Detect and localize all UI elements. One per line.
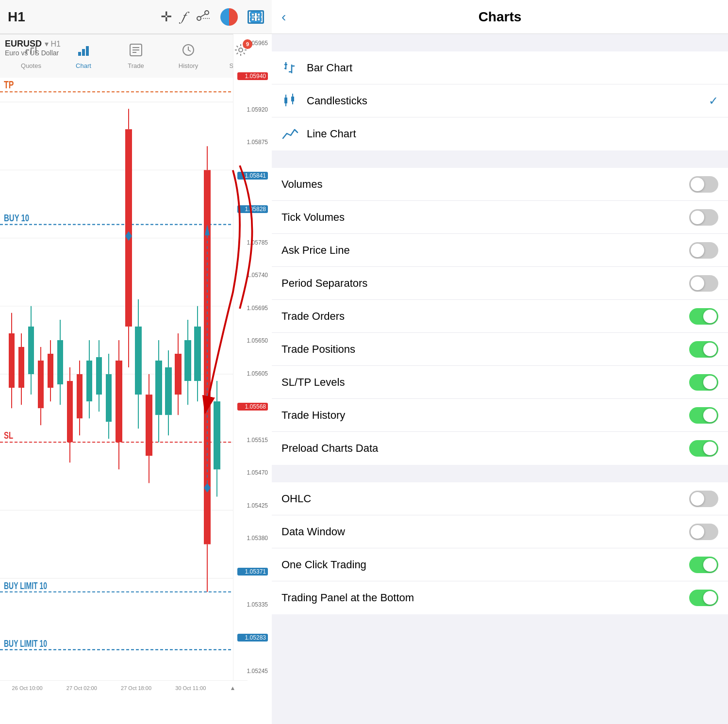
toggle-trade-history[interactable]: Trade History (272, 399, 728, 432)
function-icon[interactable]: 𝑓 (182, 9, 185, 25)
line-chart-item[interactable]: Line Chart (272, 117, 728, 150)
toggle-data-window[interactable]: Data Window (272, 515, 728, 548)
price-18: 1.05335 (237, 601, 268, 608)
svg-rect-43 (57, 340, 63, 384)
indicator-icon[interactable] (195, 9, 211, 25)
svg-text:BUY LIMIT 10: BUY LIMIT 10 (4, 581, 47, 592)
crosshair-icon[interactable]: ✛ (161, 9, 172, 25)
toggle-preload[interactable]: Preload Charts Data (272, 432, 728, 465)
bar-chart-icon (281, 59, 299, 77)
line-chart-icon (281, 125, 299, 143)
color-wheel-icon[interactable] (220, 8, 238, 26)
separator-2 (272, 465, 728, 482)
price-7: 1.05785 (237, 239, 268, 246)
svg-rect-49 (96, 357, 102, 395)
toggle-ohlc[interactable]: OHLC (272, 482, 728, 515)
price-tp: 1.05940 (237, 72, 268, 80)
price-sl: 1.05568 (237, 403, 268, 411)
multi-chart-icon[interactable] (248, 10, 264, 24)
price-14: 1.05470 (237, 469, 268, 476)
toggle-group-2: OHLC Data Window One Click Trading Tradi… (272, 482, 728, 614)
trade-positions-toggle[interactable] (689, 341, 718, 358)
svg-rect-46 (86, 361, 92, 401)
toggle-trade-positions[interactable]: Trade Positions (272, 333, 728, 366)
toggle-trading-panel[interactable]: Trading Panel at the Bottom (272, 581, 728, 614)
svg-rect-34 (67, 381, 73, 442)
price-8: 1.05740 (237, 272, 268, 279)
charts-title: Charts (479, 9, 522, 25)
separator-bottom (272, 614, 728, 632)
sl-tp-toggle[interactable] (689, 374, 718, 391)
period-sep-label: Period Separators (281, 277, 689, 290)
settings-badge: 9 (243, 39, 252, 49)
price-9: 1.05695 (237, 305, 268, 312)
svg-text:BUY LIMIT 10: BUY LIMIT 10 (4, 639, 47, 649)
svg-rect-31 (48, 354, 53, 388)
price-15: 1.05425 (237, 502, 268, 509)
price-11: 1.05605 (237, 370, 268, 377)
svg-text:TP: TP (4, 78, 14, 90)
price-13: 1.05515 (237, 437, 268, 444)
one-click-toggle[interactable] (689, 557, 718, 573)
period-sep-toggle[interactable] (689, 275, 718, 292)
trading-panel-toggle[interactable] (689, 590, 718, 606)
svg-rect-52 (106, 374, 112, 422)
toggle-trade-orders[interactable]: Trade Orders (272, 300, 728, 333)
trade-positions-label: Trade Positions (281, 343, 689, 356)
price-10: 1.05650 (237, 337, 268, 344)
back-button[interactable]: ‹ (281, 9, 286, 25)
settings-badge-container: 9 (234, 43, 248, 60)
candlesticks-item[interactable]: Candlesticks ✓ (272, 84, 728, 117)
chart-type-group: Bar Chart Candlesticks ✓ (272, 51, 728, 150)
ask-price-toggle[interactable] (689, 242, 718, 259)
tick-volumes-toggle[interactable] (689, 209, 718, 226)
volumes-toggle[interactable] (689, 176, 718, 193)
svg-rect-64 (175, 354, 182, 395)
chart-area: EURUSD ▾ H1 Euro vs US Dollar TP BUY 10 (0, 34, 272, 724)
svg-text:SL: SL (4, 429, 13, 441)
bar-chart-item[interactable]: Bar Chart (272, 51, 728, 84)
price-4: 1.05875 (237, 139, 268, 146)
svg-rect-37 (77, 374, 83, 418)
timeframe-label: H1 (8, 9, 25, 25)
toggle-sl-tp[interactable]: SL/TP Levels (272, 366, 728, 399)
toggle-one-click[interactable]: One Click Trading (272, 548, 728, 581)
svg-point-101 (239, 48, 243, 52)
price-3: 1.05920 (237, 106, 268, 113)
time-axis: 26 Oct 10:00 27 Oct 02:00 27 Oct 18:00 3… (0, 680, 248, 695)
svg-rect-85 (214, 401, 220, 469)
svg-rect-58 (125, 129, 132, 327)
toggle-volumes[interactable]: Volumes (272, 168, 728, 201)
time-3: 27 Oct 18:00 (121, 685, 151, 691)
data-window-toggle[interactable] (689, 524, 718, 540)
trade-orders-label: Trade Orders (281, 310, 689, 323)
left-panel: H1 ✛ 𝑓 (0, 0, 272, 724)
svg-point-0 (197, 16, 201, 20)
toggle-tick-volumes[interactable]: Tick Volumes (272, 201, 728, 234)
price-buy-limit: 1.05371 (237, 568, 268, 576)
chart-symbol: EURUSD (5, 39, 42, 49)
time-1: 26 Oct 10:00 (12, 685, 43, 691)
price-20: 1.05245 (237, 668, 268, 675)
right-panel: ‹ Charts Bar Chart (272, 0, 728, 724)
line-chart-label: Line Chart (307, 128, 718, 140)
toggle-ask-price[interactable]: Ask Price Line (272, 234, 728, 267)
trade-orders-toggle[interactable] (689, 308, 718, 325)
tick-volumes-label: Tick Volumes (281, 211, 689, 224)
one-click-label: One Click Trading (281, 559, 689, 571)
svg-rect-28 (38, 361, 44, 408)
toggle-period-sep[interactable]: Period Separators (272, 267, 728, 300)
candlestick-chart[interactable]: TP BUY 10 SL BUY LIMIT 10 BUY LIMIT 10 (0, 34, 233, 680)
svg-rect-25 (18, 347, 24, 388)
preload-toggle[interactable] (689, 440, 718, 457)
price-axis: 1.05965 1.05940 1.05920 1.05875 1.05841 … (233, 34, 272, 680)
chart-symbol-suffix: ▾ H1 (45, 39, 61, 49)
candlesticks-label: Candlesticks (307, 95, 709, 107)
svg-text:BUY 10: BUY 10 (4, 212, 29, 223)
svg-rect-73 (165, 367, 172, 415)
ask-price-label: Ask Price Line (281, 244, 689, 257)
trade-history-toggle[interactable] (689, 407, 718, 424)
svg-rect-112 (291, 97, 294, 101)
svg-rect-55 (116, 361, 122, 442)
ohlc-toggle[interactable] (689, 491, 718, 507)
